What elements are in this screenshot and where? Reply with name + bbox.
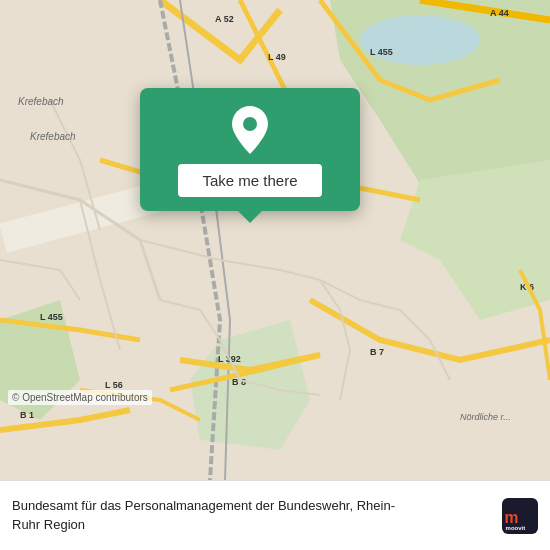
svg-text:m: m — [504, 509, 518, 526]
svg-text:moovit: moovit — [506, 525, 526, 531]
svg-text:L 49: L 49 — [268, 52, 286, 62]
take-me-there-button[interactable]: Take me there — [178, 164, 321, 197]
moovit-icon: m moovit — [502, 498, 538, 534]
osm-credit: © OpenStreetMap contributors — [8, 390, 152, 405]
location-pin-icon — [230, 106, 270, 154]
svg-text:Krefebach: Krefebach — [30, 131, 76, 142]
svg-text:B 7: B 7 — [370, 347, 384, 357]
bottom-info-bar: Bundesamt für das Personalmanagement der… — [0, 480, 550, 550]
svg-text:L 455: L 455 — [40, 312, 63, 322]
svg-text:A 44: A 44 — [490, 8, 509, 18]
svg-text:Nördliche r...: Nördliche r... — [460, 412, 511, 422]
location-description: Bundesamt für das Personalmanagement der… — [12, 497, 412, 533]
location-popup: Take me there — [140, 88, 360, 211]
map-view: A 44 A 52 L 455 L 49 L 392 B 7 B 8 K 6 L… — [0, 0, 550, 480]
svg-text:L 56: L 56 — [105, 380, 123, 390]
osm-credit-text: © OpenStreetMap contributors — [12, 392, 148, 403]
location-icon-wrap — [226, 106, 274, 154]
map-svg: A 44 A 52 L 455 L 49 L 392 B 7 B 8 K 6 L… — [0, 0, 550, 480]
svg-text:L 455: L 455 — [370, 47, 393, 57]
moovit-logo: m moovit — [502, 498, 538, 534]
svg-point-5 — [360, 15, 480, 65]
svg-text:A 52: A 52 — [215, 14, 234, 24]
svg-point-22 — [243, 117, 257, 131]
svg-text:Krefebach: Krefebach — [18, 96, 64, 107]
svg-text:B 1: B 1 — [20, 410, 34, 420]
